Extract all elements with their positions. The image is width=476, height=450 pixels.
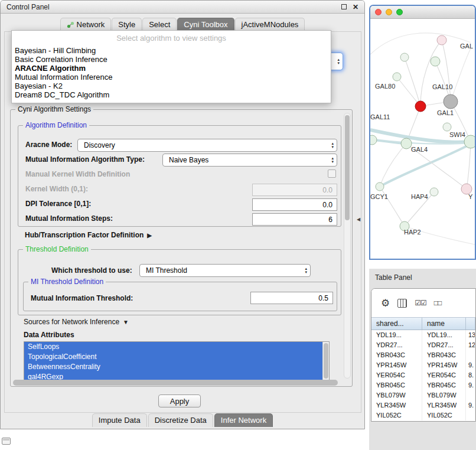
table-row[interactable]: YDL19...YDL19...13	[371, 330, 475, 340]
network-node[interactable]	[370, 135, 377, 145]
hub-definition-label[interactable]: Hub/Transcription Factor Definition▶	[25, 231, 152, 239]
network-window-titlebar[interactable]	[370, 6, 475, 19]
table-row[interactable]: YDR27...YDR27...12	[371, 340, 475, 350]
apply-button[interactable]: Apply	[158, 394, 201, 407]
collapsed-panel-icon[interactable]	[2, 438, 11, 445]
algorithm-option[interactable]: ARACNE Algorithm	[12, 64, 331, 73]
network-node[interactable]	[376, 182, 384, 191]
algorithm-dropdown-popup: Select algorithm to view settings Bayesi…	[11, 30, 331, 103]
manual-kernel-checkbox[interactable]	[328, 169, 336, 178]
settings-vertical-thumb[interactable]	[345, 115, 350, 220]
table-cell: 8.	[466, 370, 475, 380]
select-all-checkboxes-icon[interactable]: ☑☑	[415, 299, 426, 307]
tab-discretize-data[interactable]: Discretize Data	[148, 413, 213, 427]
aracne-mode-select[interactable]: Discovery ▴▾	[77, 139, 337, 152]
network-node[interactable]	[444, 94, 458, 109]
table-cell	[466, 410, 475, 420]
data-attributes-list[interactable]: SelfLoopsTopologicalCoefficientBetweenne…	[24, 341, 330, 383]
table-cell: YBR045C	[422, 380, 466, 390]
settings-horizontal-scrollbar[interactable]	[13, 380, 340, 386]
mi-steps-field[interactable]: 6	[252, 213, 337, 226]
expander-right-icon[interactable]: ▶	[147, 232, 152, 239]
algorithm-option[interactable]: Basic Correlation Inference	[12, 55, 331, 64]
settings-vertical-scrollbar[interactable]	[344, 113, 351, 379]
table-row[interactable]: YBL079WYBL079W	[371, 390, 475, 400]
gear-icon[interactable]: ⚙	[381, 297, 390, 309]
kernel-width-label: Kernel Width (0,1):	[25, 185, 88, 193]
data-attributes-label: Data Attributes	[24, 331, 74, 339]
tab-jactivemnodules[interactable]: jActiveMNodules	[235, 18, 305, 31]
table-cell: YPR145W	[371, 360, 422, 370]
table-cell: 9.	[466, 380, 475, 390]
aracne-mode-label: Aracne Mode:	[25, 141, 72, 149]
node-label: HAP2	[404, 229, 421, 236]
algorithm-definition-title: Algorithm Definition	[23, 121, 89, 129]
network-canvas[interactable]: GALGAL80GAL10GAL11GAL1SWI4GAL4GCY1HAP4YH…	[370, 19, 475, 259]
table-cell: YIL052C	[371, 410, 422, 420]
table-body: YDL19...YDL19...13YDR27...YDR27...12YBR0…	[371, 330, 475, 421]
network-node[interactable]	[415, 101, 426, 112]
control-panel-titlebar[interactable]: Control Panel ✕	[1, 1, 364, 14]
node-label: HAP4	[411, 193, 428, 200]
table-row[interactable]: YER054CYER054C8.	[371, 370, 475, 380]
network-node[interactable]	[430, 188, 438, 196]
network-node[interactable]	[431, 57, 440, 66]
algorithm-option[interactable]: Mutual Information Inference	[12, 73, 331, 81]
algorithm-option[interactable]: Bayesian - K2	[12, 81, 331, 90]
table-window: ⚙ ☑☑ □□ shared... name YDL19...YDL19...1…	[371, 288, 476, 422]
attribute-list-item[interactable]: TopologicalCoefficient	[24, 352, 322, 362]
network-node[interactable]	[443, 123, 451, 131]
mi-type-select[interactable]: Naive Bayes ▴▾	[162, 154, 337, 167]
settings-horizontal-thumb[interactable]	[13, 380, 338, 386]
close-traffic-light-icon[interactable]	[375, 9, 382, 15]
network-node[interactable]	[437, 35, 446, 45]
columns-icon[interactable]	[397, 299, 407, 308]
tab-style[interactable]: Style	[112, 18, 142, 31]
tab-select[interactable]: Select	[142, 18, 177, 31]
network-node[interactable]	[400, 53, 409, 61]
float-window-icon[interactable]	[341, 4, 347, 9]
collapse-down-icon[interactable]: ▼	[123, 319, 129, 325]
table-row[interactable]: YBR045CYBR045C9.	[371, 380, 475, 390]
dpi-tolerance-label: DPI Tolerance [0,1]:	[25, 200, 91, 208]
attribute-list-item[interactable]: BetweennessCentrality	[24, 362, 322, 372]
bottom-tab-bar: Impute DataDiscretize DataInfer Network	[1, 413, 364, 427]
table-row[interactable]: YBR043CYBR043C	[371, 350, 475, 360]
table-row[interactable]: YLR345WYLR345W9.	[371, 400, 475, 410]
table-row[interactable]: YPR145WYPR145W9.	[371, 360, 475, 370]
combo-arrows-icon: ▴▾	[305, 267, 307, 274]
kernel-width-field[interactable]: 0.0	[252, 184, 337, 196]
network-node[interactable]	[401, 138, 412, 149]
tab-bar: NetworkStyleSelectCyni ToolboxjActiveMNo…	[1, 17, 364, 31]
column-header-name[interactable]: name	[422, 318, 466, 330]
table-cell: YER054C	[371, 370, 422, 380]
deselect-all-checkboxes-icon[interactable]: □□	[434, 299, 442, 307]
attributes-scrollbar[interactable]	[322, 342, 329, 382]
network-node[interactable]	[464, 135, 475, 148]
algorithm-option[interactable]: Bayesian - Hill Climbing	[12, 46, 331, 55]
column-header-shared-name[interactable]: shared...	[371, 318, 422, 330]
network-node[interactable]	[393, 73, 401, 81]
mi-threshold-field[interactable]: 0.5	[250, 292, 333, 304]
sources-label[interactable]: Sources for Network Inference▼	[24, 318, 129, 326]
splitter-arrow-icon[interactable]: ◀	[357, 217, 360, 222]
tab-network[interactable]: Network	[60, 18, 112, 31]
column-header-partial[interactable]	[466, 318, 475, 330]
attribute-list-item[interactable]: SelfLoops	[24, 342, 322, 352]
settings-group-title: Cyni Algorithm Settings	[15, 105, 93, 113]
zoom-traffic-light-icon[interactable]	[396, 9, 403, 15]
table-cell: 9.	[466, 360, 475, 370]
dpi-tolerance-field[interactable]: 0.0	[252, 198, 337, 211]
network-view-window: GALGAL80GAL10GAL11GAL1SWI4GAL4GCY1HAP4YH…	[369, 5, 476, 260]
tab-cyni-toolbox[interactable]: Cyni Toolbox	[177, 18, 234, 31]
algorithm-option[interactable]: Dream8 DC_TDC Algorithm	[12, 90, 331, 99]
minimize-traffic-light-icon[interactable]	[386, 9, 392, 15]
close-icon[interactable]: ✕	[353, 4, 358, 11]
tab-infer-network[interactable]: Infer Network	[214, 413, 273, 427]
table-cell: YLR345W	[422, 400, 466, 410]
tab-impute-data[interactable]: Impute Data	[92, 413, 147, 427]
which-threshold-select[interactable]: MI Threshold ▴▾	[139, 264, 311, 277]
attributes-scrollbar-thumb[interactable]	[324, 343, 328, 379]
table-row[interactable]: YIL052CYIL052C	[371, 410, 475, 420]
table-cell: YBL079W	[422, 390, 466, 400]
